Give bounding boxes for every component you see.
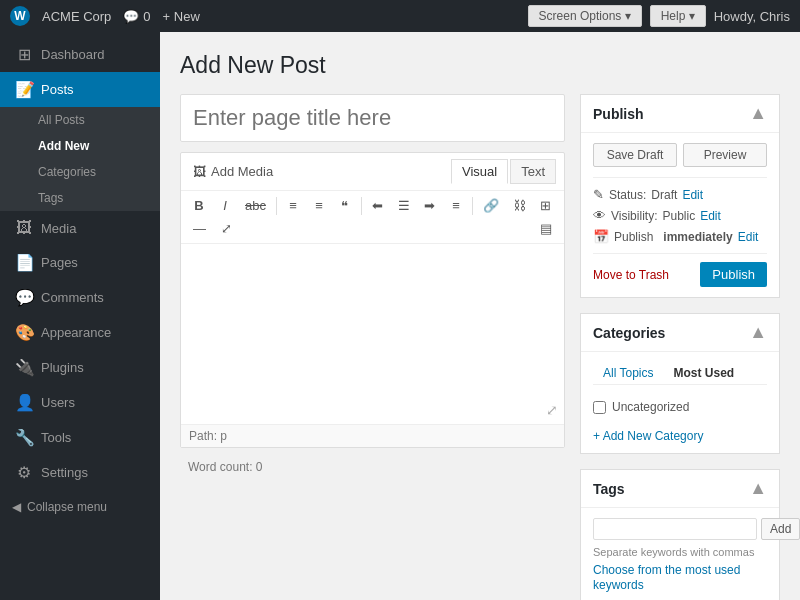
- collapse-menu-label: Collapse menu: [27, 500, 107, 514]
- editor-footer: Path: p: [181, 424, 564, 447]
- submenu-tags[interactable]: Tags: [0, 185, 160, 211]
- add-new-category-link[interactable]: + Add New Category: [593, 429, 767, 443]
- comments-icon: 💬: [15, 288, 33, 307]
- link-button[interactable]: 🔗: [477, 195, 505, 216]
- screen-options-button[interactable]: Screen Options ▾: [528, 5, 642, 27]
- align-left-button[interactable]: ⬅: [366, 195, 390, 216]
- users-icon: 👤: [15, 393, 33, 412]
- add-media-button[interactable]: 🖼 Add Media: [189, 162, 277, 181]
- strikethrough-button[interactable]: abc: [239, 195, 272, 216]
- sidebar-item-pages[interactable]: 📄 Pages: [0, 245, 160, 280]
- kitchen-sink-button[interactable]: ▤: [534, 218, 558, 239]
- expand-icon[interactable]: ⤢: [546, 402, 558, 418]
- sidebar-item-users[interactable]: 👤 Users: [0, 385, 160, 420]
- fmt-divider-2: [361, 197, 362, 215]
- status-value: Draft: [651, 188, 677, 202]
- visibility-value: Public: [662, 209, 695, 223]
- post-title-input[interactable]: [180, 94, 565, 142]
- collapse-arrow-icon: ◀: [12, 500, 21, 514]
- trash-button[interactable]: Move to Trash: [593, 268, 669, 282]
- help-button[interactable]: Help ▾: [650, 5, 706, 27]
- sidebar-item-appearance[interactable]: 🎨 Appearance: [0, 315, 160, 350]
- unlink-button[interactable]: ⛓: [507, 195, 532, 216]
- sidebar-label-users: Users: [41, 395, 75, 410]
- ul-button[interactable]: ≡: [281, 195, 305, 216]
- admin-sidebar: ⊞ Dashboard 📝 Posts All Posts Add New Ca…: [0, 32, 160, 600]
- sidebar-label-settings: Settings: [41, 465, 88, 480]
- sidebar-label-comments: Comments: [41, 290, 104, 305]
- tags-metabox: Tags ▲ Add Separate keywords with commas…: [580, 469, 780, 600]
- preview-button[interactable]: Preview: [683, 143, 767, 167]
- plugins-icon: 🔌: [15, 358, 33, 377]
- sidebar-item-settings[interactable]: ⚙ Settings: [0, 455, 160, 490]
- sidebar-item-posts[interactable]: 📝 Posts: [0, 72, 160, 107]
- tab-text[interactable]: Text: [510, 159, 556, 184]
- sidebar-label-dashboard: Dashboard: [41, 47, 105, 62]
- pages-icon: 📄: [15, 253, 33, 272]
- publish-button[interactable]: Publish: [700, 262, 767, 287]
- publish-toggle-icon: ▲: [749, 103, 767, 124]
- align-justify-button[interactable]: ≡: [444, 195, 468, 216]
- sidebar-item-comments[interactable]: 💬 Comments: [0, 280, 160, 315]
- italic-button[interactable]: I: [213, 195, 237, 216]
- site-name[interactable]: ACME Corp: [42, 9, 111, 24]
- editor-body[interactable]: ⤢: [181, 244, 564, 424]
- tags-metabox-content: Add Separate keywords with commas Choose…: [581, 508, 779, 600]
- blockquote-button[interactable]: ❝: [333, 195, 357, 216]
- publish-immediately-value: immediately: [663, 230, 732, 244]
- sidebar-item-plugins[interactable]: 🔌 Plugins: [0, 350, 160, 385]
- categories-toggle-icon: ▲: [749, 322, 767, 343]
- add-new-link[interactable]: + New: [163, 9, 200, 24]
- publish-time-row: 📅 Publish immediately Edit: [593, 226, 767, 247]
- fullscreen-button[interactable]: ⤢: [214, 218, 238, 239]
- comments-count[interactable]: 💬 0: [123, 9, 150, 24]
- insert-more-button[interactable]: ⊞: [534, 195, 558, 216]
- status-edit-link[interactable]: Edit: [682, 188, 703, 202]
- tab-most-used[interactable]: Most Used: [663, 362, 744, 384]
- appearance-icon: 🎨: [15, 323, 33, 342]
- publish-title: Publish: [593, 106, 644, 122]
- publish-time-label: Publish: [614, 230, 653, 244]
- tags-input[interactable]: [593, 518, 757, 540]
- hr-button[interactable]: —: [187, 218, 212, 239]
- tags-metabox-header[interactable]: Tags ▲: [581, 470, 779, 508]
- save-draft-button[interactable]: Save Draft: [593, 143, 677, 167]
- right-sidebar: Publish ▲ Save Draft Preview ✎ Status:: [580, 94, 780, 600]
- submenu-add-new[interactable]: Add New: [0, 133, 160, 159]
- align-center-button[interactable]: ☰: [392, 195, 416, 216]
- editor-container: 🖼 Add Media Visual Text B I abc: [180, 152, 565, 448]
- categories-metabox-header[interactable]: Categories ▲: [581, 314, 779, 352]
- sidebar-item-dashboard[interactable]: ⊞ Dashboard: [0, 37, 160, 72]
- publish-time-edit-link[interactable]: Edit: [738, 230, 759, 244]
- status-row: ✎ Status: Draft Edit: [593, 184, 767, 205]
- category-tabs: All Topics Most Used: [593, 362, 767, 385]
- settings-icon: ⚙: [15, 463, 33, 482]
- publish-metabox: Publish ▲ Save Draft Preview ✎ Status:: [580, 94, 780, 298]
- publish-metabox-content: Save Draft Preview ✎ Status: Draft Edit: [581, 133, 779, 297]
- publish-info: ✎ Status: Draft Edit 👁 Visibility: Publi…: [593, 177, 767, 254]
- category-checkbox-uncategorized[interactable]: [593, 401, 606, 414]
- add-tag-button[interactable]: Add: [761, 518, 800, 540]
- main-content-area: Add New Post 🖼 Add Media Visual Text: [160, 32, 800, 600]
- publish-metabox-header[interactable]: Publish ▲: [581, 95, 779, 133]
- choose-keywords-link[interactable]: Choose from the most used keywords: [593, 563, 740, 592]
- tags-input-row: Add: [593, 518, 767, 540]
- sidebar-label-tools: Tools: [41, 430, 71, 445]
- categories-title: Categories: [593, 325, 665, 341]
- sidebar-item-media[interactable]: 🖼 Media: [0, 211, 160, 245]
- submenu-categories[interactable]: Categories: [0, 159, 160, 185]
- sidebar-label-plugins: Plugins: [41, 360, 84, 375]
- tab-all-topics[interactable]: All Topics: [593, 362, 663, 384]
- content-layout: 🖼 Add Media Visual Text B I abc: [180, 94, 780, 600]
- tags-title: Tags: [593, 481, 625, 497]
- wp-logo[interactable]: W: [10, 6, 30, 26]
- tab-visual[interactable]: Visual: [451, 159, 508, 184]
- bold-button[interactable]: B: [187, 195, 211, 216]
- align-right-button[interactable]: ➡: [418, 195, 442, 216]
- submenu-all-posts[interactable]: All Posts: [0, 107, 160, 133]
- collapse-menu-button[interactable]: ◀ Collapse menu: [0, 490, 160, 524]
- sidebar-item-tools[interactable]: 🔧 Tools: [0, 420, 160, 455]
- ol-button[interactable]: ≡: [307, 195, 331, 216]
- visibility-edit-link[interactable]: Edit: [700, 209, 721, 223]
- tools-icon: 🔧: [15, 428, 33, 447]
